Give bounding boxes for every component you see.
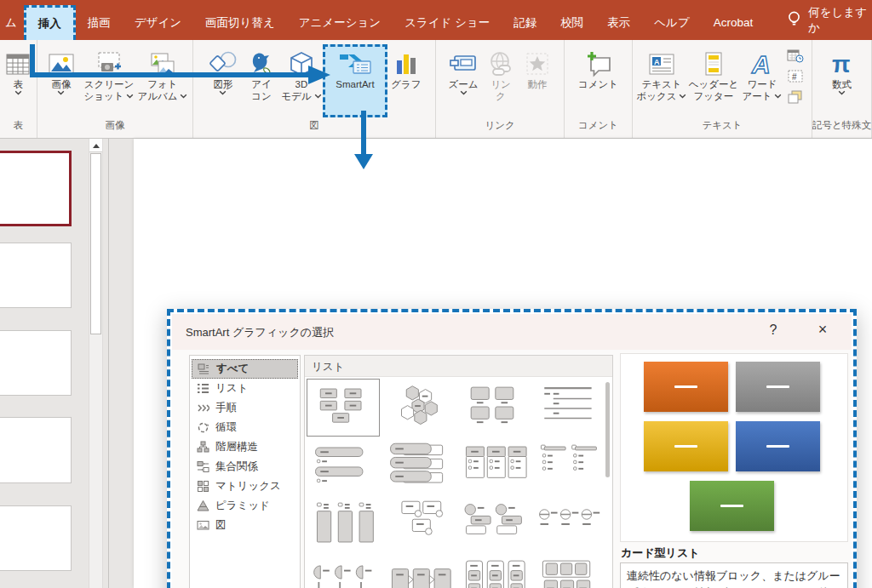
bird-icon bbox=[248, 49, 275, 78]
scrollbar-thumb[interactable] bbox=[90, 153, 101, 334]
tab-record[interactable]: 記録 bbox=[502, 5, 548, 40]
tab-review[interactable]: 校閲 bbox=[548, 5, 595, 40]
shapes-button[interactable]: 図形 bbox=[204, 44, 243, 117]
category-picture[interactable]: 図 bbox=[192, 516, 298, 535]
gallery-scrollbar[interactable] bbox=[605, 379, 611, 588]
3d-models-button[interactable]: 3Dモデル bbox=[280, 44, 323, 117]
category-process[interactable]: 手順 bbox=[192, 398, 298, 418]
icons-button[interactable]: アイコン bbox=[243, 44, 280, 117]
tab-draw[interactable]: 描画 bbox=[76, 5, 123, 40]
equation-button[interactable]: π数式 bbox=[822, 44, 861, 117]
tab-view[interactable]: 表示 bbox=[595, 5, 642, 40]
screenshot-button[interactable]: スクリーンショット bbox=[82, 44, 136, 117]
layout-thumbnail-card-list[interactable] bbox=[307, 379, 380, 437]
smartart-label: SmartArt bbox=[336, 78, 374, 90]
category-pyramid[interactable]: ピラミッド bbox=[192, 496, 298, 516]
svg-text:#: # bbox=[792, 72, 797, 82]
zoom-label: ズーム bbox=[448, 78, 478, 95]
ribbon-group-illustrations: 図形アイコン3DモデルSmartArtグラフ図 bbox=[193, 40, 436, 138]
layout-thumbnail-arrow-boxes[interactable] bbox=[382, 552, 455, 588]
photo-album-label: フォトアルバム bbox=[137, 78, 187, 102]
table-button[interactable]: 表 bbox=[3, 44, 33, 117]
text-box-label: テキストボックス bbox=[636, 78, 686, 102]
chevron-down-icon bbox=[57, 90, 65, 95]
category-all[interactable]: すべて bbox=[192, 359, 298, 379]
layout-thumbnail-pill-columns[interactable] bbox=[456, 552, 529, 588]
layout-thumbnail-half-circles[interactable] bbox=[307, 552, 380, 588]
tell-me-label: 何をしますか bbox=[808, 5, 872, 36]
layout-thumbnail-framed-pairs[interactable] bbox=[456, 379, 529, 437]
screenshot-icon bbox=[95, 49, 123, 78]
zoom-button[interactable]: ズーム bbox=[443, 44, 484, 117]
layout-thumbnail-circle-box-pairs[interactable] bbox=[456, 494, 529, 552]
chart-label: グラフ bbox=[391, 78, 421, 90]
gallery-scrollbar-thumb[interactable] bbox=[605, 382, 610, 477]
layout-thumbnail-grouped-squares[interactable] bbox=[531, 552, 604, 588]
slide-thumbnail-3[interactable] bbox=[0, 330, 72, 396]
layout-thumbnail-block-columns[interactable] bbox=[307, 494, 380, 552]
ribbon-group-links: ズームリンク動作リンク bbox=[436, 40, 565, 138]
scroll-up-button[interactable] bbox=[89, 139, 102, 152]
layout-thumbnail-line-list[interactable] bbox=[531, 379, 604, 437]
dialog-close-button[interactable]: × bbox=[811, 321, 835, 339]
layout-thumbnail-two-col-headers[interactable] bbox=[531, 437, 604, 494]
dialog-titlebar[interactable]: SmartArt グラフィックの選択 ? × bbox=[172, 314, 852, 350]
wordart-button[interactable]: Aワードアート bbox=[739, 44, 785, 117]
layout-thumbnail-header-columns[interactable] bbox=[456, 437, 529, 494]
layout-thumbnail-hexagon-cluster[interactable] bbox=[382, 379, 455, 437]
slide-thumbnail-5[interactable] bbox=[0, 505, 72, 571]
photo-album-button[interactable]: フォトアルバム bbox=[136, 44, 189, 117]
smartart-button[interactable]: SmartArt bbox=[323, 44, 387, 117]
category-matrix[interactable]: マトリックス bbox=[192, 477, 298, 496]
svg-text:A: A bbox=[751, 50, 771, 77]
category-pyramid-icon bbox=[197, 500, 209, 512]
slide-thumbnail-4[interactable] bbox=[0, 417, 72, 483]
slide-thumbnail-2[interactable] bbox=[0, 243, 72, 308]
tab-animations[interactable]: アニメーション bbox=[287, 5, 393, 40]
tab-help[interactable]: ヘルプ bbox=[642, 5, 701, 40]
workspace: SmartArt グラフィックの選択 ? × すべてリスト手順循環階層構造集合関… bbox=[0, 139, 872, 588]
chevron-down-icon bbox=[774, 94, 782, 99]
tab-slideshow[interactable]: スライド ショー bbox=[393, 5, 502, 40]
preview-box-gold bbox=[644, 421, 728, 471]
tab-acrobat[interactable]: Acrobat bbox=[702, 5, 766, 40]
table-label: 表 bbox=[14, 78, 24, 95]
chart-button[interactable]: グラフ bbox=[387, 44, 425, 117]
comment-button[interactable]: コメント bbox=[571, 44, 626, 117]
category-process-icon bbox=[197, 402, 209, 414]
slide-thumbnail-1[interactable] bbox=[0, 151, 72, 226]
layout-thumbnail-overlap-bars[interactable] bbox=[382, 437, 455, 494]
chevron-down-icon bbox=[679, 94, 686, 99]
category-relationship[interactable]: 集合関係 bbox=[192, 457, 298, 477]
layout-thumbnail-picture-caption[interactable] bbox=[382, 494, 455, 552]
tell-me[interactable]: 何をしますか bbox=[787, 0, 872, 40]
category-hierarchy[interactable]: 階層構造 bbox=[192, 437, 298, 457]
dialog-help-button[interactable]: ? bbox=[763, 323, 783, 338]
category-list[interactable]: リスト bbox=[192, 379, 298, 398]
category-cycle[interactable]: 循環 bbox=[192, 418, 298, 437]
group-label-symbols: 記号と特殊文字 bbox=[812, 119, 871, 138]
slide-panel-scrollbar[interactable] bbox=[89, 139, 103, 588]
layout-thumbnail-circle-dashes[interactable] bbox=[531, 494, 604, 552]
ribbon: 表表画像スクリーンショットフォトアルバム画像図形アイコン3DモデルSmartAr… bbox=[0, 40, 872, 139]
header-footer-button[interactable]: ヘッダーとフッター bbox=[688, 44, 739, 117]
datetime-icon[interactable] bbox=[785, 48, 806, 65]
equation-label: 数式 bbox=[832, 78, 852, 95]
preview-box-blue bbox=[736, 421, 820, 471]
svg-text:A: A bbox=[654, 58, 660, 66]
tab-home-partial[interactable]: ム bbox=[0, 5, 24, 40]
layout-thumbnail-stacked-bars[interactable] bbox=[307, 437, 380, 494]
chevron-down-icon bbox=[314, 94, 322, 99]
tab-insert[interactable]: 挿入 bbox=[24, 5, 76, 40]
slidenumber-icon[interactable]: # bbox=[785, 68, 806, 85]
powerpoint-window: ム挿入描画デザイン画面切り替えアニメーションスライド ショー記録校閲表示ヘルプA… bbox=[0, 0, 872, 588]
object-icon[interactable] bbox=[785, 88, 806, 106]
chevron-down-icon bbox=[838, 90, 846, 95]
tab-transitions[interactable]: 画面切り替え bbox=[193, 5, 287, 40]
picture-button[interactable]: 画像 bbox=[41, 44, 82, 117]
chevron-down-icon bbox=[219, 90, 227, 95]
tab-design[interactable]: デザイン bbox=[123, 5, 193, 40]
preview-box-orange bbox=[644, 362, 728, 412]
3d-models-label: 3Dモデル bbox=[281, 78, 321, 102]
text-box-button[interactable]: Aテキストボックス bbox=[635, 44, 688, 117]
